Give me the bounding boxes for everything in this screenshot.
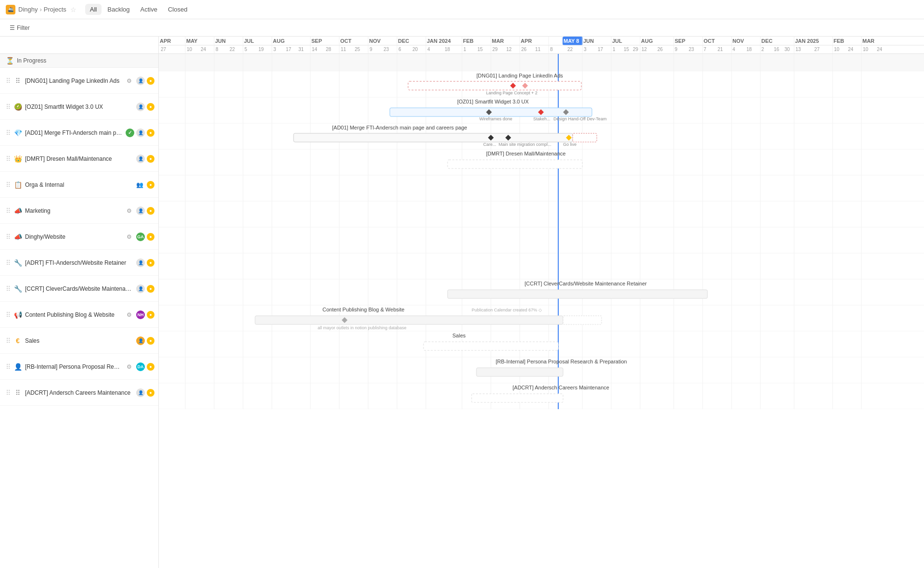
project-actions-ad01: ✓ 👤 ●: [126, 129, 154, 137]
project-icon-orga: 📋: [13, 181, 22, 189]
tab-active[interactable]: Active: [135, 4, 162, 15]
content-wrapper: ⏳ In Progress ⠿ ⠿ [DNG01] Landing Page L…: [0, 37, 924, 568]
project-row-ad01[interactable]: ⠿ 💎 [AD01] Merge FTI-Andersch main page.…: [0, 120, 158, 146]
svg-text:21: 21: [718, 47, 723, 52]
svg-rect-105: [159, 175, 924, 201]
svg-text:OCT: OCT: [340, 38, 352, 44]
project-row-web[interactable]: ⠿ 📣 Dinghy/Website ⚙ GA ●: [0, 224, 158, 250]
svg-text:4: 4: [427, 47, 430, 52]
project-actions-orga: 👥 ●: [134, 180, 154, 190]
project-row-sales[interactable]: ⠿ € Sales 👤 ●: [0, 328, 158, 354]
project-name-mkt: Marketing: [25, 207, 121, 214]
svg-text:27: 27: [814, 47, 820, 52]
project-actions-mkt: ⚙ 👤 ●: [124, 206, 154, 216]
project-icon-adrt: 🔧: [13, 258, 22, 267]
section-icon: ⏳: [6, 57, 14, 65]
svg-text:3: 3: [273, 47, 276, 52]
avatar-ad01-check: ✓: [126, 129, 134, 137]
svg-text:[CCRT] CleverCards/Website Mai: [CCRT] CleverCards/Website Maintenance R…: [525, 281, 647, 286]
svg-text:SEP: SEP: [675, 38, 685, 44]
svg-text:NOV: NOV: [732, 38, 744, 44]
filter-icon: ☰: [10, 25, 15, 31]
svg-text:1: 1: [463, 47, 466, 52]
svg-rect-172: [573, 133, 597, 142]
svg-rect-152: [408, 81, 581, 90]
svg-text:12: 12: [506, 47, 512, 52]
app-logo: 🚢: [6, 5, 15, 14]
svg-text:FEB: FEB: [463, 38, 474, 44]
filter-button[interactable]: ☰ Filter: [6, 23, 34, 33]
project-row-adcrt[interactable]: ⠿ ⠿ [ADCRT] Andersch Careers Maintenance…: [0, 380, 158, 406]
filter-label: Filter: [17, 25, 30, 31]
project-name-dng01: [DNG01] Landing Page LinkedIn Ads: [25, 77, 121, 84]
project-row-dmrt[interactable]: ⠿ 👑 [DMRT] Dresen Mall/Maintenance 👤 ●: [0, 146, 158, 172]
section-header: ⏳ In Progress: [0, 54, 158, 68]
breadcrumb-app[interactable]: Dinghy: [18, 6, 38, 13]
svg-rect-106: [159, 201, 924, 227]
project-row-rb[interactable]: ⠿ 👤 [RB-Internal] Persona Proposal Resea…: [0, 354, 158, 380]
svg-text:[DNG01] Landing Page LinkedIn : [DNG01] Landing Page LinkedIn Ads: [476, 73, 563, 78]
status-dng01: ●: [147, 77, 154, 85]
project-name-oz01: [OZ01] Smartfit Widget 3.0 UX: [25, 103, 133, 110]
svg-text:Main site migration compl...: Main site migration compl...: [499, 142, 552, 147]
svg-rect-99: [159, 54, 924, 71]
drag-handle: ⠿: [6, 337, 11, 345]
breadcrumb-projects[interactable]: Projects: [44, 6, 66, 13]
svg-text:22: 22: [567, 47, 573, 52]
tab-all[interactable]: All: [85, 4, 102, 15]
star-icon[interactable]: ☆: [70, 6, 77, 13]
avatar-web-ga: GA: [136, 232, 145, 241]
avatar-ccrt: 👤: [136, 284, 145, 293]
avatar-ad01: 👤: [136, 129, 145, 137]
tab-backlog[interactable]: Backlog: [103, 4, 134, 15]
project-icon-dng01: ⠿: [13, 77, 22, 85]
svg-text:11: 11: [341, 47, 346, 52]
svg-text:5: 5: [244, 47, 247, 52]
svg-text:Content Publishing Blog & Webs: Content Publishing Blog & Website: [322, 307, 404, 312]
svg-text:MAR: MAR: [492, 38, 504, 44]
team-icon-mkt: ⚙: [124, 206, 134, 216]
project-icon-cpub: 📢: [13, 310, 22, 319]
project-icon-dmrt: 👑: [13, 155, 22, 163]
svg-text:24: 24: [201, 47, 206, 52]
svg-text:[RB-Internal] Persona Proposal: [RB-Internal] Persona Proposal Research …: [496, 359, 627, 364]
drag-handle: ⠿: [6, 285, 11, 293]
svg-rect-107: [159, 227, 924, 253]
project-actions-rb: ⚙ DA ●: [124, 361, 154, 372]
gantt-svg: [DNG01] Landing Page LinkedIn Ads Landin…: [159, 54, 924, 409]
svg-text:26: 26: [657, 47, 663, 52]
project-name-web: Dinghy/Website: [25, 233, 121, 240]
project-row-orga[interactable]: ⠿ 📋 Orga & Internal 👥 ●: [0, 172, 158, 198]
project-row-adrt[interactable]: ⠿ 🔧 [ADRT] FTI-Andersch/Website Retainer…: [0, 250, 158, 276]
svg-text:29: 29: [633, 47, 639, 52]
svg-rect-181: [563, 316, 602, 324]
filter-bar: ☰ Filter: [0, 19, 924, 37]
svg-text:9: 9: [370, 47, 372, 52]
avatar-oz01: 👤: [136, 103, 145, 111]
project-name-rb: [RB-Internal] Persona Proposal Resear...: [25, 363, 121, 370]
project-row-oz01[interactable]: ⠿ 🥝 [OZ01] Smartfit Widget 3.0 UX 👤 ●: [0, 94, 158, 120]
project-name-cpub: Content Publishing Blog & Website: [25, 311, 121, 318]
status-cpub: ●: [147, 311, 154, 319]
svg-text:31: 31: [298, 47, 304, 52]
timeline-header-svg: APR MAY JUN JUL AUG SEP OCT NOV DEC JAN …: [159, 37, 924, 54]
project-actions-oz01: 👤 ●: [136, 103, 154, 111]
svg-text:12: 12: [642, 47, 647, 52]
avatar-mkt: 👤: [136, 207, 145, 215]
status-orga: ●: [147, 181, 154, 189]
svg-text:10: 10: [187, 47, 192, 52]
svg-text:FEB: FEB: [834, 38, 844, 44]
project-row-cpub[interactable]: ⠿ 📢 Content Publishing Blog & Website ⚙ …: [0, 302, 158, 328]
project-row-ccrt[interactable]: ⠿ 🔧 [CCRT] CleverCards/Website Maintenan…: [0, 276, 158, 302]
project-row-dng01[interactable]: ⠿ ⠿ [DNG01] Landing Page LinkedIn Ads ⚙ …: [0, 68, 158, 94]
svg-text:20: 20: [412, 47, 418, 52]
project-name-orga: Orga & Internal: [25, 181, 131, 188]
project-row-mkt[interactable]: ⠿ 📣 Marketing ⚙ 👤 ●: [0, 198, 158, 224]
svg-text:23: 23: [384, 47, 389, 52]
drag-handle: ⠿: [6, 363, 11, 371]
svg-rect-188: [472, 394, 563, 402]
tab-closed[interactable]: Closed: [163, 4, 192, 15]
project-actions-cpub: ⚙ NH ●: [124, 310, 154, 320]
svg-text:18: 18: [746, 47, 752, 52]
svg-text:[OZ01] Smartfit Widget 3.0 UX: [OZ01] Smartfit Widget 3.0 UX: [457, 99, 529, 104]
